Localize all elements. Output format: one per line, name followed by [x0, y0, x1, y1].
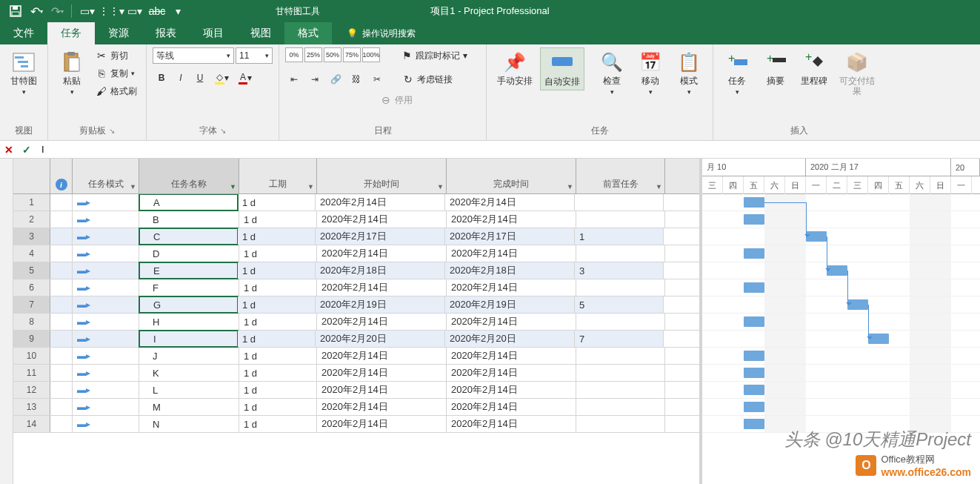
row-number[interactable]: 14 — [13, 416, 50, 432]
manual-schedule-button[interactable]: 📌 手动安排 — [493, 47, 537, 89]
table-row[interactable]: 2▬▸B1 d2020年2月14日2020年2月14日 — [13, 211, 699, 228]
cell-duration[interactable]: 1 d — [239, 348, 317, 364]
cell-mode[interactable]: ▬▸ — [73, 416, 139, 432]
cell-finish[interactable]: 2020年2月17日 — [445, 228, 575, 245]
copy-button[interactable]: ⎘复制 ▾ — [93, 65, 140, 82]
cell-finish[interactable]: 2020年2月18日 — [445, 262, 575, 279]
clipboard-launcher[interactable]: ↘ — [109, 127, 115, 135]
gantt-row[interactable] — [702, 228, 980, 245]
qat-strike[interactable]: abc — [147, 2, 167, 20]
tell-me-search[interactable]: 💡 操作说明搜索 — [347, 22, 416, 44]
row-number[interactable]: 1 — [13, 194, 50, 210]
row-number[interactable]: 12 — [13, 382, 50, 398]
cell-pred[interactable] — [576, 416, 665, 432]
cell-info[interactable] — [50, 382, 73, 398]
cell-mode[interactable]: ▬▸ — [73, 314, 139, 330]
cell-mode[interactable]: ▬▸ — [73, 279, 139, 296]
cell-finish[interactable]: 2020年2月14日 — [447, 245, 576, 262]
tab-report[interactable]: 报表 — [142, 22, 190, 44]
gantt-row[interactable] — [702, 382, 980, 399]
table-row[interactable]: 9▬▸I1 d2020年2月20日2020年2月20日7 — [13, 331, 699, 348]
cell-name[interactable]: K — [139, 365, 239, 381]
table-row[interactable]: 11▬▸K1 d2020年2月14日2020年2月14日 — [13, 365, 699, 382]
insert-milestone-button[interactable]: + 里程碑 — [796, 47, 832, 89]
cell-duration[interactable]: 1 d — [239, 416, 317, 432]
cell-name[interactable]: I — [139, 330, 239, 348]
cell-mode[interactable]: ▬▸ — [73, 245, 139, 262]
cell-finish[interactable]: 2020年2月19日 — [445, 296, 575, 313]
table-row[interactable]: 14▬▸N1 d2020年2月14日2020年2月14日 — [13, 416, 699, 433]
cell-pred[interactable] — [576, 279, 665, 296]
cell-duration[interactable]: 1 d — [239, 245, 317, 262]
cell-finish[interactable]: 2020年2月14日 — [447, 399, 576, 415]
cell-finish[interactable]: 2020年2月14日 — [447, 279, 576, 296]
cell-start[interactable]: 2020年2月14日 — [317, 399, 447, 415]
cell-finish[interactable]: 2020年2月14日 — [445, 194, 575, 210]
table-row[interactable]: 4▬▸D1 d2020年2月14日2020年2月14日 — [13, 245, 699, 262]
cell-pred[interactable] — [576, 399, 665, 415]
font-color-button[interactable]: A▾ — [234, 70, 256, 86]
cell-info[interactable] — [50, 245, 73, 262]
cell-start[interactable]: 2020年2月14日 — [317, 279, 447, 296]
gantt-bar[interactable] — [744, 214, 764, 225]
table-row[interactable]: 3▬▸C1 d2020年2月17日2020年2月17日1 — [13, 228, 699, 245]
cell-start[interactable]: 2020年2月14日 — [317, 382, 447, 398]
insert-task-button[interactable]: + 任务▾ — [719, 47, 755, 100]
cell-info[interactable] — [50, 262, 73, 279]
gantt-row[interactable] — [702, 279, 980, 296]
cell-start[interactable]: 2020年2月14日 — [317, 348, 447, 364]
tab-project[interactable]: 项目 — [190, 22, 237, 44]
outdent-button[interactable]: ⇤ — [285, 71, 303, 87]
table-row[interactable]: 8▬▸H1 d2020年2月14日2020年2月14日 — [13, 314, 699, 331]
mode-button[interactable]: 📋 模式▾ — [671, 47, 707, 100]
inspect-button[interactable]: 🔍 检查▾ — [594, 47, 630, 100]
cell-pred[interactable] — [576, 245, 665, 262]
insert-summary-button[interactable]: + 摘要 — [758, 47, 793, 89]
entry-input[interactable] — [36, 141, 980, 158]
cell-finish[interactable]: 2020年2月14日 — [447, 314, 576, 330]
gantt-row[interactable] — [702, 348, 980, 365]
qat-more[interactable]: ▾ — [168, 2, 187, 20]
cell-mode[interactable]: ▬▸ — [73, 382, 139, 398]
cancel-entry-button[interactable]: ✕ — [0, 142, 18, 158]
cell-info[interactable] — [50, 211, 73, 228]
cell-mode[interactable]: ▬▸ — [73, 262, 139, 279]
gantt-row[interactable] — [702, 314, 980, 331]
tab-resource[interactable]: 资源 — [95, 22, 142, 44]
cell-name[interactable]: A — [139, 193, 239, 211]
row-number[interactable]: 9 — [13, 331, 50, 347]
col-info[interactable]: i — [50, 159, 73, 193]
row-number[interactable]: 11 — [13, 365, 50, 381]
gantt-row[interactable] — [702, 211, 980, 228]
row-number[interactable]: 5 — [13, 262, 50, 279]
cell-mode[interactable]: ▬▸ — [73, 211, 139, 228]
row-number[interactable]: 7 — [13, 296, 50, 313]
cell-info[interactable] — [50, 296, 73, 313]
unlink-button[interactable]: ⛓ — [347, 71, 365, 87]
link-button[interactable]: 🔗 — [327, 71, 344, 87]
font-size-combo[interactable]: 11▾ — [236, 47, 273, 64]
gantt-chart[interactable]: 月 10 2020 二月 17 20 三四五六日一二三四五六日一 — [702, 159, 980, 484]
cell-name[interactable]: G — [139, 296, 239, 314]
cell-mode[interactable]: ▬▸ — [73, 228, 139, 245]
cell-pred[interactable] — [576, 382, 665, 398]
pct-25-button[interactable]: 25% — [304, 47, 322, 62]
gantt-row[interactable] — [702, 365, 980, 382]
auto-schedule-button[interactable]: 自动安排 — [540, 47, 584, 90]
row-number[interactable]: 8 — [13, 314, 50, 330]
table-row[interactable]: 12▬▸L1 d2020年2月14日2020年2月14日 — [13, 382, 699, 399]
gantt-row[interactable] — [702, 296, 980, 314]
cell-info[interactable] — [50, 228, 73, 245]
cell-info[interactable] — [50, 279, 73, 296]
insert-deliverable-button[interactable]: 📦 可交付结果 — [835, 47, 879, 99]
indent-button[interactable]: ⇥ — [306, 71, 324, 87]
cell-duration[interactable]: 1 d — [239, 211, 317, 228]
cell-start[interactable]: 2020年2月20日 — [316, 331, 445, 347]
row-number[interactable]: 6 — [13, 279, 50, 296]
accept-entry-button[interactable]: ✓ — [18, 142, 36, 158]
cell-name[interactable]: E — [139, 262, 239, 279]
tab-format[interactable]: 格式 — [284, 22, 332, 44]
cell-pred[interactable] — [576, 314, 665, 330]
qat-custom-1[interactable]: ▭▾ — [76, 2, 99, 20]
cell-start[interactable]: 2020年2月14日 — [317, 365, 447, 381]
